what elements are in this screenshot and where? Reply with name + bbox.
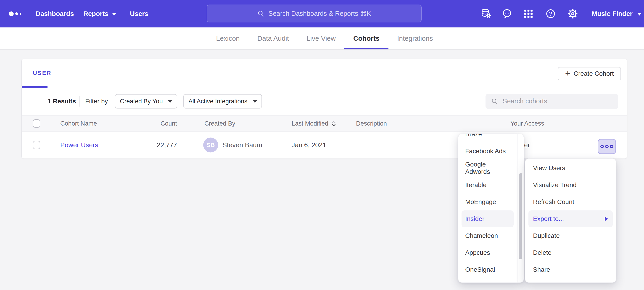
project-name: Music Finder	[592, 10, 632, 18]
feedback-icon[interactable]	[501, 8, 513, 20]
divider	[80, 96, 80, 107]
global-search-bar[interactable]: Search Dashboards & Reports ⌘K	[207, 5, 422, 22]
menu-item-label: Share	[533, 266, 550, 273]
mixpanel-logo-icon[interactable]	[9, 0, 21, 28]
nav-dashboards[interactable]: Dashboards	[36, 0, 74, 28]
cohort-type-tabs: USER + Create Cohort	[22, 59, 627, 87]
tab-data-audit[interactable]: Data Audit	[257, 28, 289, 49]
select-all-checkbox[interactable]	[33, 119, 40, 128]
submenu-item-appcues[interactable]: Appcues	[462, 244, 514, 261]
menu-item-visualize-trend[interactable]: Visualize Trend	[528, 177, 613, 194]
nav-users[interactable]: Users	[130, 0, 148, 28]
created-by-filter-dropdown[interactable]: Created By You	[115, 94, 177, 108]
settings-icon[interactable]	[567, 8, 579, 20]
cohorts-page: Dashboards Reports Users Search Dashboar…	[0, 0, 644, 290]
help-icon[interactable]: ?	[545, 8, 556, 20]
section-tabs: Lexicon Data Audit Live View Cohorts Int…	[0, 28, 644, 50]
column-last-modified[interactable]: Last Modified	[292, 120, 336, 127]
submenu-item-moengage[interactable]: MoEngage	[462, 194, 514, 210]
submenu-item-braze[interactable]: Braze	[462, 134, 514, 143]
cohort-row-power-users: Power Users 22,777 SB Steven Baum Jan 6,…	[22, 132, 627, 158]
created-by-filter-value: Created By You	[120, 98, 163, 105]
cohort-actions-menu: View Users Visualize Trend Refresh Count…	[525, 159, 616, 283]
count-cell: 22,777	[136, 141, 177, 149]
ellipsis-circle-icon	[610, 145, 614, 148]
menu-item-share[interactable]: Share	[528, 261, 613, 278]
submenu-item-facebook-ads[interactable]: Facebook Ads	[462, 143, 514, 160]
svg-text:?: ?	[549, 11, 552, 17]
data-settings-icon[interactable]	[480, 8, 492, 20]
chevron-down-icon	[253, 100, 257, 103]
menu-item-export-to[interactable]: Export to...	[528, 210, 613, 227]
global-search-placeholder: Search Dashboards & Reports ⌘K	[268, 10, 371, 17]
creator-name: Steven Baum	[222, 141, 262, 149]
submenu-item-onesignal[interactable]: OneSignal	[462, 261, 514, 278]
column-description: Description	[356, 120, 387, 127]
submenu-scrollbar-thumb[interactable]	[519, 173, 522, 259]
integrations-filter-dropdown[interactable]: All Active Integrations	[184, 94, 262, 108]
tab-lexicon[interactable]: Lexicon	[216, 28, 240, 49]
chevron-down-icon	[112, 13, 116, 16]
menu-item-delete[interactable]: Delete	[528, 244, 613, 261]
submenu-item-label: Chameleon	[465, 232, 498, 239]
logo-dot-small	[20, 13, 21, 15]
cohort-name-link[interactable]: Power Users	[60, 141, 98, 149]
row-checkbox[interactable]	[33, 141, 40, 149]
tab-user-cohorts[interactable]: USER	[33, 59, 52, 87]
menu-item-label: View Users	[533, 165, 565, 172]
create-cohort-label: Create Cohort	[574, 70, 614, 77]
column-created-by: Created By	[204, 120, 235, 127]
results-count: 1 Results	[48, 98, 76, 105]
submenu-item-label: Braze	[465, 134, 482, 138]
sort-icon	[331, 120, 336, 127]
menu-item-label: Delete	[533, 249, 552, 256]
submenu-scrollbar-track	[517, 134, 524, 282]
column-count: Count	[136, 120, 177, 127]
plus-icon: +	[565, 69, 570, 78]
export-destination-list: Braze Facebook Ads Google Adwords Iterab…	[458, 134, 518, 278]
chevron-down-icon	[168, 100, 172, 103]
menu-item-label: Duplicate	[533, 232, 560, 239]
submenu-item-google-adwords[interactable]: Google Adwords	[462, 160, 514, 177]
submenu-arrow-icon	[605, 217, 608, 221]
nav-reports-label: Reports	[83, 10, 108, 18]
menu-item-label: Refresh Count	[533, 198, 574, 206]
nav-users-label: Users	[130, 10, 148, 18]
row-actions-button[interactable]	[598, 139, 616, 154]
logo-dot-medium	[15, 12, 18, 15]
top-navbar: Dashboards Reports Users Search Dashboar…	[0, 0, 644, 28]
create-cohort-button[interactable]: + Create Cohort	[558, 67, 621, 80]
filter-by-label: Filter by	[85, 98, 108, 105]
ellipsis-circle-icon	[605, 145, 608, 148]
nav-dashboards-label: Dashboards	[36, 10, 74, 18]
nav-reports[interactable]: Reports	[83, 0, 116, 28]
chevron-down-icon	[637, 13, 642, 16]
menu-item-label: Export to...	[533, 215, 564, 223]
tab-integrations[interactable]: Integrations	[397, 28, 433, 49]
project-selector[interactable]: Music Finder	[592, 0, 642, 28]
apps-grid-icon[interactable]	[522, 8, 534, 20]
search-cohorts-input[interactable]	[502, 97, 613, 105]
menu-item-view-users[interactable]: View Users	[528, 160, 613, 177]
menu-item-refresh-count[interactable]: Refresh Count	[528, 194, 613, 210]
search-icon	[257, 10, 264, 17]
submenu-item-label: MoEngage	[465, 198, 496, 206]
submenu-item-iterable[interactable]: Iterable	[462, 177, 514, 194]
submenu-item-label: OneSignal	[465, 266, 495, 273]
tab-live-view[interactable]: Live View	[306, 28, 336, 49]
submenu-item-insider[interactable]: Insider	[462, 210, 514, 227]
ellipsis-circle-icon	[600, 145, 604, 148]
menu-item-duplicate[interactable]: Duplicate	[528, 227, 613, 244]
search-cohorts-box	[486, 94, 618, 109]
logo-dot-large	[9, 12, 14, 16]
creator-avatar: SB	[203, 138, 218, 153]
cohorts-card: USER + Create Cohort 1 Results Filter by…	[22, 59, 627, 159]
submenu-item-label: Facebook Ads	[465, 148, 506, 155]
submenu-item-chameleon[interactable]: Chameleon	[462, 227, 514, 244]
menu-item-label: Visualize Trend	[533, 181, 577, 189]
tab-cohorts[interactable]: Cohorts	[353, 28, 380, 49]
search-icon	[491, 97, 498, 105]
column-last-modified-label: Last Modified	[292, 120, 328, 127]
submenu-item-label: Appcues	[465, 249, 490, 256]
filter-toolbar: 1 Results Filter by Created By You All A…	[22, 87, 627, 115]
